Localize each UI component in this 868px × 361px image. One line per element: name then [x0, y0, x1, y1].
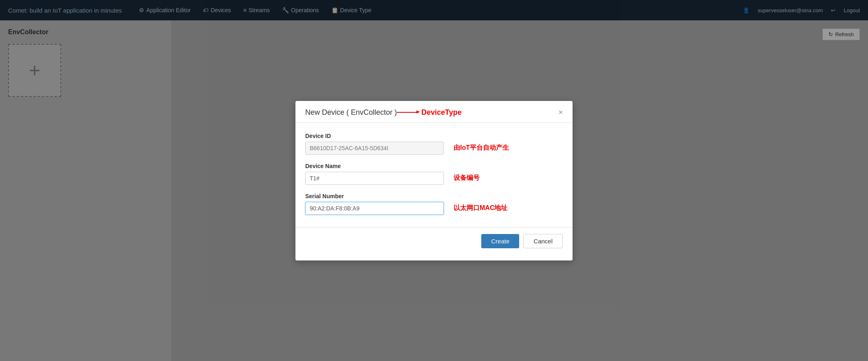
device-id-row: 由IoT平台自动产生: [305, 142, 563, 155]
serial-number-input[interactable]: [305, 202, 444, 215]
devicetype-annotation: DeviceType: [421, 108, 462, 117]
device-name-annotation: 设备编号: [454, 174, 480, 182]
device-name-row: 设备编号: [305, 172, 563, 185]
modal-overlay: New Device ( EnvCollector ) DeviceType ×…: [0, 0, 868, 361]
new-device-modal: New Device ( EnvCollector ) DeviceType ×…: [295, 101, 573, 260]
device-id-label: Device ID: [305, 133, 563, 139]
arrow-line: [397, 112, 417, 113]
main-content: EnvCollector + ↻ Refresh New Device ( En…: [0, 20, 868, 361]
modal-close-button[interactable]: ×: [558, 109, 563, 116]
device-name-label: Device Name: [305, 163, 563, 169]
modal-title: New Device ( EnvCollector ): [305, 108, 397, 117]
serial-number-annotation: 以太网口MAC地址: [454, 204, 507, 212]
serial-number-row: 以太网口MAC地址: [305, 202, 563, 215]
modal-header: New Device ( EnvCollector ) DeviceType ×: [295, 101, 573, 123]
title-arrow: [397, 112, 417, 113]
device-name-group: Device Name 设备编号: [305, 163, 563, 185]
modal-footer: Create Cancel: [295, 227, 573, 248]
create-button[interactable]: Create: [481, 234, 519, 248]
device-name-input[interactable]: [305, 172, 444, 185]
serial-number-group: Serial Number 以太网口MAC地址: [305, 193, 563, 215]
modal-body: Device ID 由IoT平台自动产生 Device Name 设备编号: [295, 123, 573, 227]
device-id-input[interactable]: [305, 142, 444, 155]
modal-title-area: New Device ( EnvCollector ) DeviceType: [305, 108, 462, 117]
cancel-button[interactable]: Cancel: [523, 234, 563, 248]
device-id-annotation: 由IoT平台自动产生: [454, 144, 509, 152]
device-id-group: Device ID 由IoT平台自动产生: [305, 133, 563, 155]
serial-number-label: Serial Number: [305, 193, 563, 199]
